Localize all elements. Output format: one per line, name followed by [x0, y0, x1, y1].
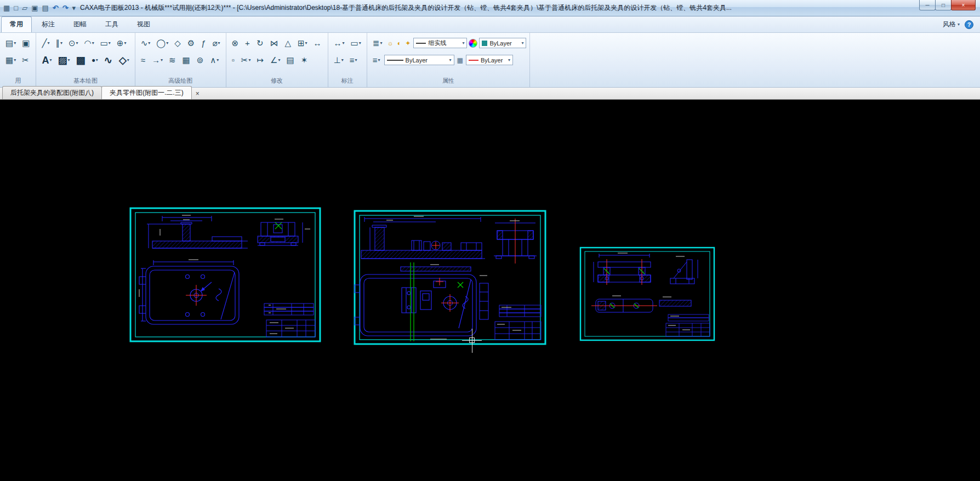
linewidth-icon[interactable]: ≡ ▾	[371, 54, 383, 66]
save-icon[interactable]: ▣	[31, 4, 38, 12]
group-label-clipboard: 用	[3, 76, 32, 87]
rotate-icon[interactable]: ↻	[254, 37, 266, 49]
close-document-icon[interactable]: ×	[196, 90, 200, 97]
arc-icon[interactable]: ◠ ▾	[82, 37, 96, 49]
doc-tab-fixture-parts-drawing[interactable]: 夹具零件图(附图一.二.三)	[101, 86, 192, 99]
sheet2-assembly-section	[361, 217, 485, 259]
tab-common[interactable]: 常用	[1, 16, 32, 32]
tab-tools[interactable]: 工具	[96, 16, 127, 32]
gear-icon[interactable]: ⚙	[185, 37, 197, 49]
doc-tab-assembly-drawing[interactable]: 后托架夹具的装配图(附图八)	[2, 86, 102, 99]
undo-icon[interactable]: ↶	[53, 4, 59, 12]
drawing-sheet-1[interactable]	[129, 207, 321, 342]
rectangle-icon[interactable]: ▭ ▾	[98, 37, 113, 49]
qat-dropdown-icon[interactable]: ▾	[72, 4, 76, 12]
parallel-line-icon[interactable]: ∥ ▾	[53, 37, 65, 49]
trim-icon[interactable]: ✂ ▾	[239, 54, 253, 66]
ellipse-icon[interactable]: ◯ ▾	[154, 37, 170, 49]
copy-object-icon[interactable]: ▤	[284, 54, 297, 66]
formula-curve-icon[interactable]: ƒ	[199, 37, 208, 49]
wave-line-icon[interactable]: ≈	[139, 54, 148, 66]
text-annotation-icon[interactable]: ≡ ▾	[347, 54, 360, 66]
local-detail-icon[interactable]: ⊚	[195, 54, 207, 66]
close-button[interactable]: ×	[951, 0, 976, 10]
tab-dimension[interactable]: 标注	[33, 16, 64, 32]
erase-icon[interactable]: ⊗	[230, 37, 242, 49]
new-file-icon[interactable]: □	[14, 4, 18, 12]
dim-style-icon[interactable]: ▭ ▾	[349, 37, 363, 49]
ribbon-group-modify: ⊗ + ↻	[226, 33, 328, 87]
drawing-sheet-2[interactable]	[354, 210, 546, 345]
stretch-icon[interactable]: ↔	[311, 37, 324, 49]
properties-row-2: ≡ ▾ ByLayer ▾ ▦ ByLayer ▾	[371, 53, 527, 67]
pattern-icon[interactable]: ▦	[456, 56, 464, 64]
line-icon[interactable]: ╱ ▾	[39, 37, 52, 49]
move-icon[interactable]: +	[243, 37, 253, 49]
explode-icon[interactable]: ✶	[299, 54, 311, 66]
extend-icon[interactable]: ↦	[254, 54, 266, 66]
dimension-icon[interactable]: ↔ ▾	[332, 37, 347, 49]
chevron-down-icon: ▾	[462, 41, 464, 45]
chevron-down-icon: ▾	[449, 58, 452, 62]
scale-icon[interactable]: △	[282, 37, 294, 49]
color-combo[interactable]: ByLayer ▾	[479, 38, 526, 48]
circle-icon[interactable]: ⊙ ▾	[66, 37, 81, 49]
ribbon-right-cluster: 风格 ▾ ?	[943, 16, 973, 32]
format-brush-icon[interactable]: ▦ ▾	[3, 54, 18, 66]
layer-freeze-icon[interactable]: ◐	[396, 39, 402, 48]
mirror-icon[interactable]: ⋈	[267, 37, 281, 49]
double-fold-line-icon[interactable]: ≋	[167, 54, 179, 66]
group-label-modify: 修改	[230, 76, 324, 87]
layers-icon[interactable]: ≣ ▾	[371, 37, 385, 49]
linetype2-combo[interactable]: ByLayer ▾	[466, 55, 513, 65]
maximize-button[interactable]: □	[935, 0, 951, 10]
point-icon[interactable]: • ▾	[89, 54, 100, 67]
copy-icon[interactable]: ▣	[20, 37, 32, 49]
sheet1-title-block	[264, 304, 315, 337]
hatch-icon[interactable]: ▨ ▾	[55, 54, 72, 67]
fill-icon[interactable]: ▩	[73, 54, 88, 67]
chamfer-icon[interactable]: ∠ ▾	[268, 54, 282, 66]
style-button[interactable]: 风格 ▾	[943, 20, 960, 29]
layer-on-icon[interactable]: ☼	[386, 39, 394, 48]
coordinate-dim-icon[interactable]: ⊥ ▾	[332, 54, 346, 66]
paste-icon[interactable]: ▤ ▾	[3, 37, 18, 49]
arrow-icon[interactable]: → ▾	[150, 54, 165, 66]
advanced-drawing-row-1: ∿ ▾ ◯ ▾ ◇	[139, 36, 223, 50]
linetype-combo[interactable]: 细实线 ▾	[413, 38, 467, 48]
table-icon[interactable]: ▦	[180, 54, 193, 66]
crosshair-cursor-pickbox	[469, 337, 475, 343]
tab-view[interactable]: 视图	[128, 16, 159, 32]
zigzag-icon[interactable]: ∧ ▾	[208, 54, 221, 66]
open-file-icon[interactable]: ▱	[22, 4, 27, 12]
hole-axis-icon[interactable]: ⌀ ▾	[210, 37, 222, 49]
array-icon[interactable]: ⊞ ▾	[295, 37, 310, 49]
polygon-icon[interactable]: ◇	[172, 37, 184, 49]
caxa-window: ▦ □ ▱ ▣ ▤ ↶ ↷ ▾ CAXA电子图板2013 - 机械版***试用期…	[0, 0, 980, 481]
curve-icon[interactable]: ∿ ▾	[139, 37, 153, 49]
drawing-sheet-3[interactable]	[579, 247, 715, 341]
layer-lock-icon[interactable]: ✦	[404, 39, 412, 48]
modify-row-2: ▫ ✂ ▾ ↦	[230, 53, 324, 67]
color-wheel-icon[interactable]	[469, 39, 477, 48]
help-icon[interactable]: ?	[965, 20, 973, 29]
tab-sheet[interactable]: 图幅	[65, 16, 95, 32]
centerline-icon[interactable]: ⊕ ▾	[115, 37, 129, 49]
group-label-basic-drawing: 基本绘图	[39, 76, 131, 87]
modify-row-1: ⊗ + ↻	[230, 36, 324, 50]
cut-icon[interactable]: ✂	[20, 54, 32, 66]
window-controls: ─ □ ×	[920, 0, 976, 10]
app-icon[interactable]: ▦	[3, 4, 10, 12]
minimize-button[interactable]: ─	[919, 0, 936, 10]
block-icon[interactable]: ◇ ▾	[117, 54, 132, 67]
chevron-down-icon: ▾	[958, 22, 960, 27]
text-icon[interactable]: A ▾	[39, 54, 54, 67]
linewidth-combo[interactable]: ByLayer ▾	[384, 55, 454, 65]
spline-icon[interactable]: ∿	[102, 54, 115, 67]
redo-icon[interactable]: ↷	[62, 4, 69, 12]
clipboard-row-2: ▦ ▾ ✂	[3, 53, 32, 67]
pick-edit-icon[interactable]: ▫	[230, 54, 237, 66]
print-icon[interactable]: ▤	[42, 4, 48, 12]
drawing-canvas[interactable]	[0, 100, 980, 481]
sheet3-dim-text-marks	[612, 253, 690, 330]
